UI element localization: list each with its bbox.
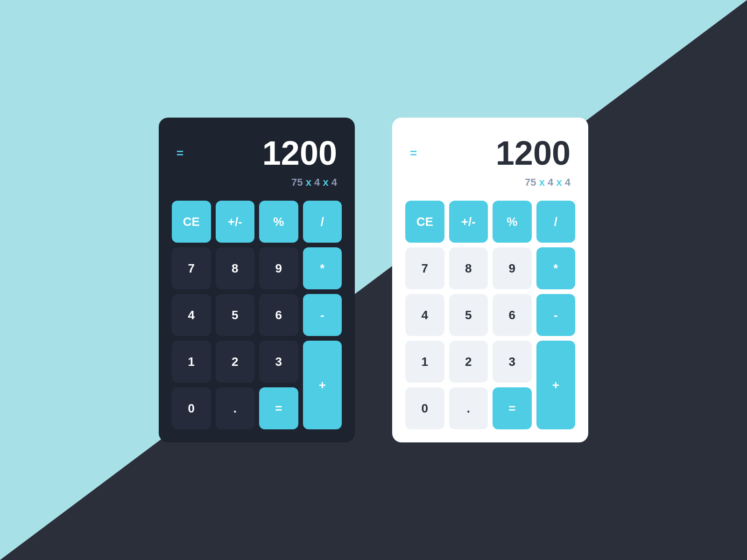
- dark-btn-0[interactable]: 0: [172, 387, 211, 429]
- light-display-top: = 1200: [410, 136, 571, 170]
- light-btn-2[interactable]: 2: [449, 341, 488, 383]
- dark-btn-9[interactable]: 9: [259, 247, 298, 289]
- dark-btn-2[interactable]: 2: [216, 341, 255, 383]
- light-display: = 1200 75 x 4 x 4: [405, 132, 575, 198]
- dark-btn-dot[interactable]: .: [216, 387, 255, 429]
- light-btn-ce[interactable]: CE: [405, 201, 444, 243]
- light-calculator: = 1200 75 x 4 x 4 CE +/- % / 7 8 9 * 4 5…: [392, 118, 588, 442]
- light-x2: x: [556, 176, 562, 188]
- calculators-container: = 1200 75 x 4 x 4 CE +/- % / 7 8 9 * 4 5…: [0, 0, 747, 560]
- light-x1: x: [539, 176, 545, 188]
- light-btn-equals[interactable]: =: [493, 387, 532, 429]
- light-display-value: 1200: [496, 136, 571, 170]
- dark-btn-percent[interactable]: %: [259, 201, 298, 243]
- light-btn-percent[interactable]: %: [493, 201, 532, 243]
- light-btn-minus[interactable]: -: [536, 294, 576, 336]
- dark-btn-3[interactable]: 3: [259, 341, 298, 383]
- dark-display: = 1200 75 x 4 x 4: [172, 132, 342, 198]
- dark-btn-4[interactable]: 4: [172, 294, 211, 336]
- dark-equals-icon: =: [176, 147, 183, 159]
- dark-btn-ce[interactable]: CE: [172, 201, 211, 243]
- dark-btn-5[interactable]: 5: [216, 294, 255, 336]
- dark-btn-equals[interactable]: =: [259, 387, 298, 429]
- light-btn-7[interactable]: 7: [405, 247, 444, 289]
- light-btn-9[interactable]: 9: [493, 247, 532, 289]
- dark-btn-divide[interactable]: /: [303, 201, 342, 243]
- light-btn-plus-minus[interactable]: +/-: [449, 201, 488, 243]
- dark-display-expression: 75 x 4 x 4: [176, 176, 337, 189]
- light-equals-icon: =: [410, 147, 416, 159]
- dark-btn-6[interactable]: 6: [259, 294, 298, 336]
- dark-btn-1[interactable]: 1: [172, 341, 211, 383]
- light-display-expression: 75 x 4 x 4: [410, 176, 571, 189]
- light-btn-5[interactable]: 5: [449, 294, 488, 336]
- dark-btn-7[interactable]: 7: [172, 247, 211, 289]
- dark-btn-plus-minus[interactable]: +/-: [216, 201, 255, 243]
- dark-x1: x: [306, 176, 311, 188]
- light-btn-3[interactable]: 3: [493, 341, 532, 383]
- light-btn-plus[interactable]: +: [536, 341, 576, 429]
- light-btn-multiply[interactable]: *: [536, 247, 576, 289]
- dark-btn-multiply[interactable]: *: [303, 247, 342, 289]
- light-btn-8[interactable]: 8: [449, 247, 488, 289]
- dark-calculator: = 1200 75 x 4 x 4 CE +/- % / 7 8 9 * 4 5…: [159, 118, 355, 442]
- dark-display-top: = 1200: [176, 136, 337, 170]
- dark-btn-plus[interactable]: +: [303, 341, 342, 429]
- light-btn-4[interactable]: 4: [405, 294, 444, 336]
- dark-button-grid: CE +/- % / 7 8 9 * 4 5 6 - 1 2 3 + 0 . =: [172, 201, 342, 429]
- light-btn-1[interactable]: 1: [405, 341, 444, 383]
- dark-btn-8[interactable]: 8: [216, 247, 255, 289]
- dark-btn-minus[interactable]: -: [303, 294, 342, 336]
- light-btn-0[interactable]: 0: [405, 387, 444, 429]
- light-btn-dot[interactable]: .: [449, 387, 488, 429]
- light-btn-6[interactable]: 6: [493, 294, 532, 336]
- light-btn-divide[interactable]: /: [536, 201, 576, 243]
- dark-display-value: 1200: [262, 136, 337, 170]
- light-button-grid: CE +/- % / 7 8 9 * 4 5 6 - 1 2 3 + 0 . =: [405, 201, 575, 429]
- dark-x2: x: [323, 176, 328, 188]
